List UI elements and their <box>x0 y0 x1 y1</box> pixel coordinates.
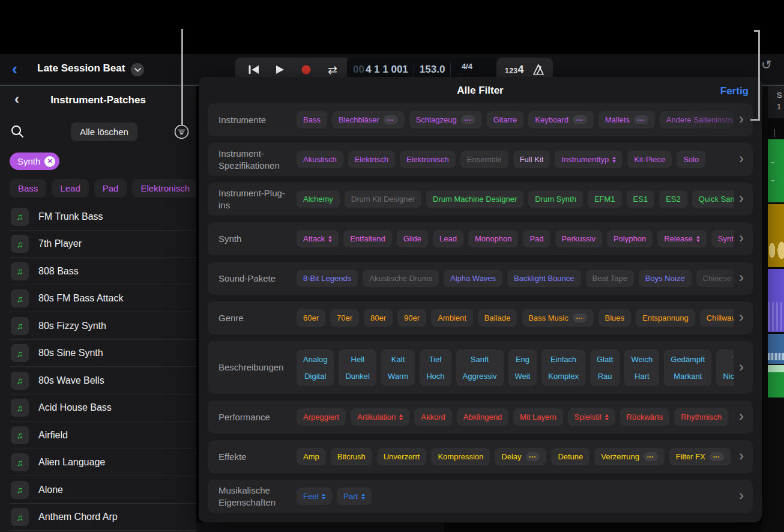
solo-label[interactable]: S <box>768 89 784 101</box>
selected-filter-tag-synth[interactable]: Synth ✕ <box>10 153 59 170</box>
filter-tag[interactable]: Mit Layern <box>513 408 563 426</box>
patch-row[interactable]: ♫Alone <box>0 476 196 504</box>
filter-tag[interactable]: 90er <box>397 309 426 327</box>
undo-icon[interactable]: ↺ <box>761 58 772 72</box>
filter-tag[interactable]: Backlight Bounce <box>507 270 580 287</box>
patch-row[interactable]: ♫808 Bass <box>0 258 196 285</box>
filter-tag[interactable]: Ensemble <box>460 151 508 168</box>
filter-tag[interactable]: Attack <box>297 230 339 247</box>
filter-tag[interactable]: Keyboard••• <box>528 111 594 128</box>
filter-tag[interactable]: GedämpftMarkant <box>664 349 711 386</box>
filter-tag[interactable]: Synthesetyp <box>711 230 734 247</box>
green-midi-region-2[interactable] <box>768 365 784 397</box>
filter-tag[interactable]: Drum Kit Designer <box>345 190 421 208</box>
patch-row[interactable]: ♫Acid House Bass <box>0 394 196 422</box>
filter-tag[interactable]: TonalNicht tonal <box>716 349 734 386</box>
filter-tag[interactable]: Detune <box>551 448 590 465</box>
filter-tag[interactable]: Blues <box>599 309 632 327</box>
filter-tag[interactable]: Beat Tape <box>586 270 634 287</box>
filter-tag[interactable]: Andere Saiteninstrumente <box>660 111 734 128</box>
filter-tag[interactable]: Elektronisch <box>400 151 456 168</box>
filter-tag[interactable]: GlattRau <box>590 349 620 386</box>
more-dots-icon[interactable]: ••• <box>710 452 724 461</box>
filter-tag[interactable]: Artikulation <box>351 408 409 426</box>
patch-row[interactable]: ♫FM Trunk Bass <box>0 203 196 231</box>
remove-tag-icon[interactable]: ✕ <box>44 156 55 167</box>
filter-tag[interactable]: Blechbläser••• <box>332 111 405 128</box>
filter-tag[interactable]: Anhaltend <box>733 408 734 426</box>
filter-tag[interactable]: Glide <box>397 230 428 247</box>
filter-tag[interactable]: Chillwave <box>700 309 734 327</box>
skip-to-start-button[interactable] <box>244 61 262 79</box>
more-dots-icon[interactable]: ••• <box>461 115 475 124</box>
row-more-chevron-icon[interactable]: › <box>734 231 749 247</box>
filter-tag[interactable]: Ballade <box>478 309 517 327</box>
more-dots-icon[interactable]: ••• <box>526 452 540 461</box>
filter-tag[interactable]: Full Kit <box>513 151 550 168</box>
filter-tag[interactable]: Spielstil <box>568 408 615 426</box>
category-tag-pad[interactable]: Pad <box>94 179 127 198</box>
filter-tag[interactable]: Rhythmisch <box>674 408 728 426</box>
filter-tag[interactable]: AnalogDigital <box>297 349 334 386</box>
filter-tag[interactable]: Alpha Waves <box>444 270 502 287</box>
filter-tag[interactable]: Kompression <box>431 448 490 465</box>
filter-tag[interactable]: Monophon <box>468 230 518 247</box>
filter-tag[interactable]: Lead <box>433 230 463 247</box>
filter-tag[interactable]: ES1 <box>627 190 655 208</box>
purple-midi-region[interactable] <box>768 269 784 332</box>
filter-tag[interactable]: Elektrisch <box>348 151 395 168</box>
search-icon[interactable] <box>10 124 25 139</box>
category-tag-elektronisch[interactable]: Elektronisch <box>132 179 196 198</box>
filter-tag[interactable]: Drum Synth <box>528 190 583 208</box>
filter-tag[interactable]: Solo <box>677 151 705 168</box>
filter-tag[interactable]: EngWeit <box>508 349 537 386</box>
back-chevron-icon[interactable]: ‹ <box>12 59 17 79</box>
play-button[interactable] <box>271 61 289 79</box>
filter-tag[interactable]: 70er <box>330 309 359 327</box>
filter-tag[interactable]: Abklingend <box>457 408 508 426</box>
patch-row[interactable]: ♫80s Sine Synth <box>0 340 196 367</box>
done-button[interactable]: Fertig <box>717 85 752 98</box>
filter-tag[interactable]: Kit-Piece <box>627 151 672 168</box>
filter-tag[interactable]: WeichHart <box>624 349 659 386</box>
filter-tag[interactable]: Delay••• <box>495 448 546 465</box>
row-more-chevron-icon[interactable]: › <box>734 191 749 207</box>
filter-tag[interactable]: Entspannung <box>636 309 695 327</box>
filter-tag[interactable]: 80er <box>364 309 393 327</box>
metronome-button[interactable] <box>532 64 544 75</box>
filter-tag[interactable]: Bass <box>297 111 327 128</box>
project-title[interactable]: Late Session Beat <box>37 62 125 74</box>
filter-tag[interactable]: Verzerrung••• <box>594 448 664 465</box>
olive-audio-region[interactable] <box>768 204 784 267</box>
more-dots-icon[interactable]: ••• <box>573 313 587 322</box>
filter-tag[interactable]: ES2 <box>659 190 687 208</box>
patch-row[interactable]: ♫80s Wave Bells <box>0 367 196 394</box>
filter-tag[interactable]: Release <box>657 230 707 247</box>
filter-tag[interactable]: Mallets••• <box>599 111 655 128</box>
filter-tag[interactable]: Akustische Drums <box>363 270 439 287</box>
patch-row[interactable]: ♫7th Player <box>0 231 196 258</box>
row-more-chevron-icon[interactable]: › <box>734 151 749 168</box>
filter-tag[interactable]: Gitarre <box>487 111 524 128</box>
filter-tag[interactable]: KaltWarm <box>381 349 415 386</box>
filter-tag[interactable]: Alchemy <box>297 190 340 208</box>
category-tag-bass[interactable]: Bass <box>10 179 46 198</box>
category-tag-lead[interactable]: Lead <box>52 179 88 198</box>
filter-tag[interactable]: TiefHoch <box>420 349 451 386</box>
record-button[interactable] <box>297 61 315 79</box>
filter-tag[interactable]: Perkussiv <box>555 230 602 247</box>
row-more-chevron-icon[interactable]: › <box>734 112 749 128</box>
cycle-button[interactable]: ⇄ <box>324 61 342 79</box>
row-more-chevron-icon[interactable]: › <box>734 270 749 286</box>
patch-row[interactable]: ♫80s Fizzy Synth <box>0 312 196 340</box>
filter-tag[interactable]: Schlagzeug••• <box>409 111 482 128</box>
filter-tag[interactable]: SanftAggressiv <box>456 349 504 386</box>
filter-icon[interactable] <box>174 124 189 139</box>
filter-tag[interactable]: Feel <box>297 488 332 505</box>
filter-tag[interactable]: Part <box>337 488 372 505</box>
filter-tag[interactable]: Akkord <box>414 408 451 426</box>
more-dots-icon[interactable]: ••• <box>644 452 658 461</box>
filter-tag[interactable]: Pad <box>523 230 550 247</box>
filter-tag[interactable]: Filter FX••• <box>669 448 731 465</box>
filter-tag[interactable]: Quick Sampler <box>692 190 734 208</box>
